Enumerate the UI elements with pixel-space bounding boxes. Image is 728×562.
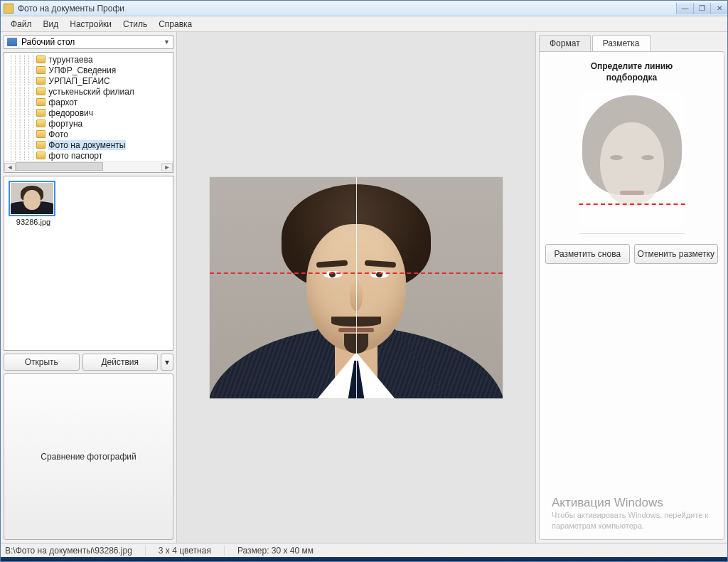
app-window: Фото на документы Профи — ❐ ✕ Файл Вид Н… <box>0 0 728 562</box>
tree-lines: ┊┊┊┊┊┊ <box>9 151 35 161</box>
tab-body: Определите линию подбородка Разметить сн… <box>539 51 724 540</box>
tree-item-label: Фото на документы <box>48 140 125 150</box>
right-tabs: Формат Разметка <box>539 35 724 52</box>
scroll-track[interactable] <box>16 162 161 172</box>
thumbnail-frame <box>9 181 55 216</box>
canvas-area[interactable] <box>177 32 535 543</box>
tree-item[interactable]: ┊┊┊┊┊┊турунтаева <box>4 54 173 65</box>
folder-icon <box>36 109 46 117</box>
tree-item[interactable]: ┊┊┊┊┊┊фортуна <box>4 118 173 129</box>
cancel-markup-button[interactable]: Отменить разметку <box>634 244 719 264</box>
tree-lines: ┊┊┊┊┊┊ <box>9 129 35 139</box>
window-controls: — ❐ ✕ <box>676 3 727 14</box>
desktop-icon <box>7 38 17 46</box>
os-taskbar-sliver <box>1 557 727 561</box>
app-icon <box>4 4 14 14</box>
statusbar: В:\Фото на документы\93286.jpg 3 x 4 цве… <box>1 543 727 557</box>
root-folder-dropdown[interactable]: Рабочий стол ▼ <box>4 35 173 49</box>
status-colorinfo: 3 x 4 цветная <box>159 546 225 556</box>
thumbnail-filename: 93286.jpg <box>9 218 58 226</box>
tree-item-label: УРПАП_ЕГАИС <box>48 76 109 86</box>
folder-icon <box>36 55 46 63</box>
folder-icon <box>36 98 46 106</box>
tree-hscrollbar[interactable]: ◄ ► <box>4 161 173 172</box>
tree-item-label: УПФР_Сведения <box>48 65 116 75</box>
close-button[interactable]: ✕ <box>710 3 727 14</box>
tree-lines: ┊┊┊┊┊┊ <box>9 76 35 86</box>
folder-icon <box>36 152 46 159</box>
tree-lines: ┊┊┊┊┊┊ <box>9 97 35 107</box>
scroll-left-icon[interactable]: ◄ <box>4 163 16 171</box>
tree-lines: ┊┊┊┊┊┊ <box>9 108 35 118</box>
sample-guide-line <box>579 203 685 205</box>
tree-item-label: фархот <box>48 97 77 107</box>
folder-icon <box>36 66 46 74</box>
tree-lines: ┊┊┊┊┊┊ <box>9 87 35 97</box>
tree-item[interactable]: ┊┊┊┊┊┊Фото на документы <box>4 139 173 150</box>
sample-wrapper <box>579 91 685 234</box>
actions-dropdown-button[interactable]: ▾ <box>161 354 173 371</box>
menu-file[interactable]: Файл <box>5 17 38 31</box>
tree-lines: ┊┊┊┊┊┊ <box>9 55 35 65</box>
menu-help[interactable]: Справка <box>153 17 198 31</box>
tree-item-label: Фото <box>48 129 68 139</box>
root-folder-label: Рабочий стол <box>21 37 75 47</box>
compare-button[interactable]: Сравнение фотографий <box>4 373 173 540</box>
actions-button[interactable]: Действия <box>82 354 159 371</box>
menu-settings[interactable]: Настройки <box>64 17 117 31</box>
left-buttons-1: Открыть Действия ▾ <box>4 354 173 371</box>
tab-format[interactable]: Формат <box>539 35 591 52</box>
folder-tree: ┊┊┊┊┊┊турунтаева┊┊┊┊┊┊УПФР_Сведения┊┊┊┊┊… <box>4 52 173 173</box>
folder-tree-body[interactable]: ┊┊┊┊┊┊турунтаева┊┊┊┊┊┊УПФР_Сведения┊┊┊┊┊… <box>4 53 173 161</box>
tree-item[interactable]: ┊┊┊┊┊┊УРПАП_ЕГАИС <box>4 75 173 86</box>
minimize-button[interactable]: — <box>676 3 693 14</box>
sample-photo <box>579 91 685 228</box>
chevron-down-icon: ▼ <box>164 38 170 46</box>
left-panel: Рабочий стол ▼ ┊┊┊┊┊┊турунтаева┊┊┊┊┊┊УПФ… <box>1 32 177 543</box>
body: Рабочий стол ▼ ┊┊┊┊┊┊турунтаева┊┊┊┊┊┊УПФ… <box>1 32 727 543</box>
menubar: Файл Вид Настройки Стиль Справка <box>1 16 727 32</box>
menu-view[interactable]: Вид <box>38 17 65 31</box>
tree-item[interactable]: ┊┊┊┊┊┊фото паспорт <box>4 150 173 161</box>
folder-icon <box>36 120 46 127</box>
folder-icon <box>36 130 46 138</box>
menu-style[interactable]: Стиль <box>117 17 153 31</box>
open-button[interactable]: Открыть <box>4 354 80 371</box>
tree-lines: ┊┊┊┊┊┊ <box>9 119 35 129</box>
tree-lines: ┊┊┊┊┊┊ <box>9 65 35 75</box>
thumbnail-item[interactable]: 93286.jpg <box>9 181 58 226</box>
markup-buttons: Разметить снова Отменить разметку <box>545 244 718 264</box>
tree-item[interactable]: ┊┊┊┊┊┊фархот <box>4 97 173 107</box>
tree-item[interactable]: ┊┊┊┊┊┊устькеньский филиал <box>4 86 173 97</box>
tree-item-label: федорович <box>48 108 93 118</box>
tree-item-label: устькеньский филиал <box>48 87 134 97</box>
scroll-thumb[interactable] <box>16 162 103 171</box>
thumbnail-pane: 93286.jpg <box>4 176 173 351</box>
scroll-right-icon[interactable]: ► <box>161 163 173 171</box>
tree-item-label: турунтаева <box>48 55 92 65</box>
tree-item-label: фото паспорт <box>48 151 102 161</box>
horizontal-guide-line[interactable] <box>210 272 503 274</box>
folder-icon <box>36 77 46 85</box>
folder-icon <box>36 88 46 95</box>
tree-item-label: фортуна <box>48 119 82 129</box>
folder-icon <box>36 141 46 149</box>
right-panel: Формат Разметка Определите линию подборо… <box>535 32 727 543</box>
maximize-button[interactable]: ❐ <box>693 3 710 14</box>
tab-markup[interactable]: Разметка <box>592 35 651 52</box>
main-photo[interactable] <box>210 177 503 398</box>
window-title: Фото на документы Профи <box>18 4 676 14</box>
tree-lines: ┊┊┊┊┊┊ <box>9 140 35 150</box>
remark-button[interactable]: Разметить снова <box>545 244 630 264</box>
titlebar: Фото на документы Профи — ❐ ✕ <box>1 1 727 16</box>
tree-item[interactable]: ┊┊┊┊┊┊федорович <box>4 107 173 118</box>
windows-activation-watermark: Активация Windows Чтобы активировать Win… <box>552 496 715 531</box>
status-size: Размер: 30 x 40 мм <box>237 546 314 556</box>
status-path: В:\Фото на документы\93286.jpg <box>5 546 146 556</box>
tree-item[interactable]: ┊┊┊┊┊┊Фото <box>4 129 173 139</box>
center-guide-line <box>356 177 357 398</box>
tree-item[interactable]: ┊┊┊┊┊┊УПФР_Сведения <box>4 65 173 75</box>
thumbnail-image <box>11 183 53 214</box>
instruction-heading: Определите линию подбородка <box>591 60 673 84</box>
